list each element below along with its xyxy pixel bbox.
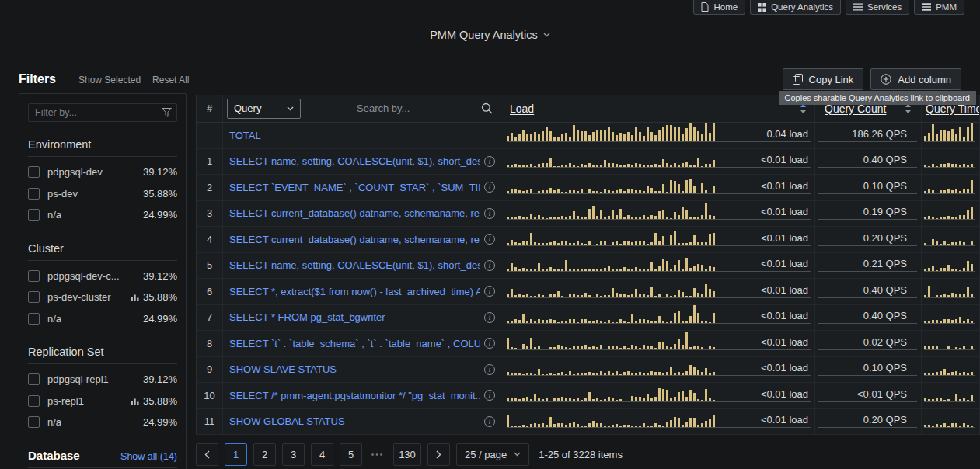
filter-item[interactable]: n/a24.99% — [28, 204, 177, 226]
query-link[interactable]: TOTAL — [229, 130, 504, 141]
info-icon[interactable]: i — [484, 364, 495, 375]
checkbox[interactable] — [28, 416, 40, 428]
table-row[interactable]: 4SELECT current_database() datname, sche… — [197, 227, 980, 253]
show-selected-link[interactable]: Show Selected — [78, 75, 141, 85]
next-page-button[interactable] — [427, 443, 450, 466]
filters-panel: Environmentpdpgsql-dev39.12%ps-dev35.88%… — [19, 93, 187, 469]
filter-item[interactable]: n/a24.99% — [28, 308, 177, 330]
pagination: 12345 ••• 130 25 / page 1-25 of 3228 ite… — [196, 439, 980, 469]
filter-item[interactable]: n/a24.99% — [28, 412, 177, 433]
reset-all-link[interactable]: Reset All — [152, 75, 189, 85]
filter-section: Environmentpdpgsql-dev39.12%ps-dev35.88%… — [28, 134, 177, 226]
checkbox[interactable] — [28, 373, 40, 385]
query-link[interactable]: SELECT * FROM pg_stat_bgwriter — [229, 311, 480, 323]
table-row[interactable]: 7SELECT * FROM pg_stat_bgwriteri<0.01 lo… — [197, 305, 980, 332]
filter-item[interactable]: ps-repl135.88% — [28, 391, 177, 412]
table-row[interactable]: 2SELECT `EVENT_NAME` , `COUNT_STAR` , `S… — [197, 175, 980, 201]
load-value: <0.01 load — [761, 310, 808, 321]
checkbox[interactable] — [28, 313, 40, 325]
add-column-button[interactable]: Add column — [870, 68, 961, 90]
filter-percentage: 24.99% — [143, 209, 177, 221]
filter-by-input[interactable] — [28, 103, 177, 122]
query-link[interactable]: SELECT name, setting, COALESCE(unit, $1)… — [229, 155, 480, 167]
table-row[interactable]: 1SELECT name, setting, COALESCE(unit, $1… — [197, 149, 980, 175]
load-sparkline — [507, 357, 717, 376]
info-icon[interactable]: i — [484, 416, 495, 427]
bar-chart-icon — [131, 397, 139, 405]
last-page-button[interactable]: 130 — [393, 443, 421, 466]
funnel-icon[interactable] — [162, 108, 172, 117]
table-row[interactable]: 11SHOW GLOBAL STATUSi<0.01 load0.20 QPS — [197, 409, 980, 436]
query-count-value: 0.10 QPS — [863, 180, 907, 192]
query-count-value: 0.20 QPS — [863, 414, 907, 426]
list-icon — [853, 3, 863, 11]
filter-label: ps-dev — [47, 188, 78, 200]
filter-item[interactable]: ps-dev-cluster35.88% — [28, 287, 177, 308]
filter-item[interactable]: pdpgsql-dev-c...39.12% — [28, 266, 177, 287]
checkbox[interactable] — [28, 270, 40, 282]
search-icon[interactable] — [481, 102, 493, 114]
copy-link-button[interactable]: Copy Link — [783, 68, 864, 90]
filter-percentage: 24.99% — [143, 313, 177, 325]
query-link[interactable]: SELECT name, setting, COALESCE(unit, $1)… — [229, 259, 480, 271]
info-icon[interactable]: i — [484, 156, 495, 167]
checkbox[interactable] — [28, 188, 40, 200]
query-time-sparkline — [924, 175, 975, 193]
info-icon[interactable]: i — [484, 390, 495, 401]
query-link[interactable]: SELECT current_database() datname, schem… — [229, 234, 480, 245]
page-button-5[interactable]: 5 — [340, 443, 362, 466]
filter-item[interactable]: ps-dev35.88% — [28, 183, 177, 205]
table-row[interactable]: 9SHOW SLAVE STATUSi<0.01 load0.10 QPS — [197, 357, 980, 384]
info-icon[interactable]: i — [484, 286, 495, 297]
table-row[interactable]: 3SELECT current_database() datname, sche… — [197, 201, 980, 228]
table-row[interactable]: 8SELECT `t` . `table_schema` , `t` . `ta… — [197, 331, 980, 357]
page-button-4[interactable]: 4 — [311, 443, 333, 466]
query-link[interactable]: SELECT current_database() datname, schem… — [229, 207, 480, 219]
info-icon[interactable]: i — [484, 260, 495, 271]
page-title-dropdown[interactable]: PMM Query Analytics — [0, 29, 980, 41]
filter-label: ps-repl1 — [47, 395, 84, 407]
page-button-3[interactable]: 3 — [282, 443, 305, 466]
query-column-dropdown[interactable]: Query — [227, 99, 301, 119]
table-row[interactable]: 5SELECT name, setting, COALESCE(unit, $1… — [197, 253, 980, 280]
query-link[interactable]: SHOW GLOBAL STATUS — [229, 415, 480, 427]
info-icon[interactable]: i — [484, 208, 495, 219]
checkbox[interactable] — [28, 395, 40, 407]
page-button-2[interactable]: 2 — [253, 443, 276, 466]
page-button-1[interactable]: 1 — [225, 443, 247, 466]
query-link[interactable]: SELECT /* pmm-agent:pgstatmonitor */ "pg… — [229, 390, 480, 401]
query-count-value: 0.40 QPS — [863, 154, 907, 165]
filter-item[interactable]: pdpgsql-repl139.12% — [28, 369, 177, 391]
checkbox[interactable] — [28, 209, 40, 221]
table-row[interactable]: 6SELECT *, extract($1 from now() - last_… — [197, 279, 980, 305]
filter-label: pdpgsql-repl1 — [47, 373, 109, 385]
info-icon[interactable]: i — [484, 338, 495, 349]
nav-pmm-button[interactable]: PMM — [914, 0, 964, 15]
nav-services-button[interactable]: Services — [846, 0, 909, 15]
info-icon[interactable]: i — [484, 234, 495, 245]
page-size-select[interactable]: 25 / page — [456, 443, 529, 466]
search-input[interactable] — [357, 102, 481, 114]
query-link[interactable]: SELECT `EVENT_NAME` , `COUNT_STAR` , `SU… — [229, 182, 480, 193]
nav-query-analytics-button[interactable]: Query Analytics — [750, 0, 841, 15]
filter-section: Replication Setpdpgsql-repl139.12%ps-rep… — [28, 342, 177, 433]
info-icon[interactable]: i — [484, 182, 495, 193]
query-time-sparkline — [924, 123, 975, 141]
query-link[interactable]: SHOW SLAVE STATUS — [229, 363, 480, 375]
query-link[interactable]: SELECT `t` . `table_schema` , `t` . `tab… — [229, 338, 480, 349]
table-row[interactable]: 10SELECT /* pmm-agent:pgstatmonitor */ "… — [197, 383, 980, 409]
checkbox[interactable] — [28, 291, 40, 303]
previous-page-button[interactable] — [196, 443, 218, 466]
filter-item[interactable]: pdpgsql-dev39.12% — [28, 162, 177, 183]
query-time-sparkline — [924, 409, 975, 428]
filter-label: n/a — [47, 313, 61, 325]
load-value: <0.01 load — [761, 206, 808, 217]
table-row[interactable]: TOTAL0.04 load186.26 QPS — [197, 123, 980, 149]
column-load[interactable]: Load — [510, 102, 534, 115]
info-icon[interactable]: i — [484, 312, 495, 323]
filters-title: Filters — [19, 72, 56, 86]
query-link[interactable]: SELECT *, extract($1 from now() - last_a… — [229, 286, 480, 297]
checkbox[interactable] — [28, 166, 40, 178]
show-all-link[interactable]: Show all (14) — [120, 446, 177, 467]
nav-home-button[interactable]: Home — [693, 0, 745, 15]
